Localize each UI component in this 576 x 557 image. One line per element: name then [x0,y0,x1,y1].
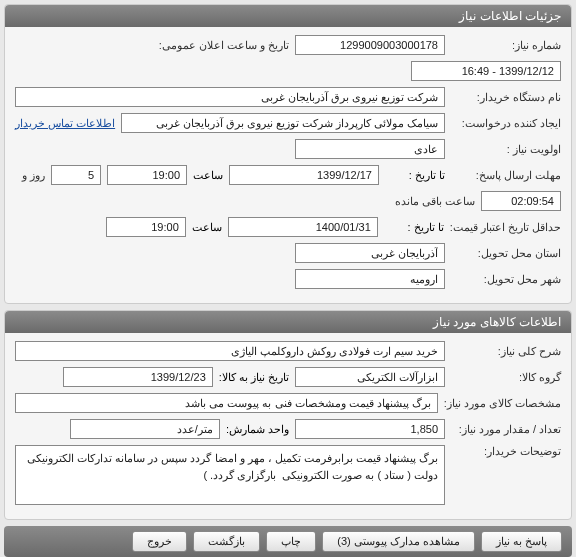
need-by-date-field[interactable] [63,367,213,387]
general-desc-label: شرح کلی نیاز: [451,345,561,358]
buyer-notes-label: توضیحات خریدار: [451,445,561,458]
days-remaining-field[interactable] [51,165,101,185]
response-deadline-label: مهلت ارسال پاسخ: [451,169,561,182]
countdown-suffix: ساعت باقی مانده [395,195,475,208]
response-date-field[interactable] [229,165,379,185]
general-desc-field[interactable] [15,341,445,361]
creator-label: ایجاد کننده درخواست: [451,117,561,130]
until-date-label-2: تا تاریخ : [384,221,444,234]
print-button[interactable]: چاپ [266,531,316,552]
qty-field[interactable] [295,419,445,439]
need-by-date-label: تاریخ نیاز به کالا: [219,371,289,384]
countdown-field [481,191,561,211]
buyer-contact-link[interactable]: اطلاعات تماس خریدار [15,117,115,130]
price-validity-date-field[interactable] [228,217,378,237]
unit-field[interactable] [70,419,220,439]
priority-field[interactable] [295,139,445,159]
buyer-notes-field[interactable] [15,445,445,505]
buyer-org-label: نام دستگاه خریدار: [451,91,561,104]
priority-label: اولویت نیاز : [451,143,561,156]
goods-group-label: گروه کالا: [451,371,561,384]
time-label-1: ساعت [193,169,223,182]
need-number-label: شماره نیاز: [451,39,561,52]
public-announce-field[interactable] [411,61,561,81]
spec-field[interactable] [15,393,438,413]
goods-info-panel: اطلاعات کالاهای مورد نیاز شرح کلی نیاز: … [4,310,572,520]
price-validity-time-field[interactable] [106,217,186,237]
unit-label: واحد شمارش: [226,423,289,436]
creator-field[interactable] [121,113,445,133]
attachments-button[interactable]: مشاهده مدارک پیوستی (3) [322,531,475,552]
time-label-2: ساعت [192,221,222,234]
response-time-field[interactable] [107,165,187,185]
exit-button[interactable]: خروج [132,531,187,552]
until-date-label: تا تاریخ : [385,169,445,182]
price-validity-label: حداقل تاریخ اعتبار قیمت: [450,221,561,234]
panel2-header: اطلاعات کالاهای مورد نیاز [5,311,571,333]
delivery-city-field[interactable] [295,269,445,289]
delivery-province-field[interactable] [295,243,445,263]
qty-label: تعداد / مقدار مورد نیاز: [451,423,561,436]
public-announce-label: تاریخ و ساعت اعلان عمومی: [159,39,289,52]
action-bar: پاسخ به نیاز مشاهده مدارک پیوستی (3) چاپ… [4,526,572,557]
need-details-panel: جزئیات اطلاعات نیاز شماره نیاز: تاریخ و … [4,4,572,304]
respond-button[interactable]: پاسخ به نیاز [481,531,562,552]
delivery-province-label: استان محل تحویل: [451,247,561,260]
goods-group-field[interactable] [295,367,445,387]
buyer-org-field[interactable] [15,87,445,107]
need-number-field[interactable] [295,35,445,55]
spec-label: مشخصات کالای مورد نیاز: [444,397,561,410]
panel1-header: جزئیات اطلاعات نیاز [5,5,571,27]
days-and-text: روز و [22,169,45,182]
delivery-city-label: شهر محل تحویل: [451,273,561,286]
back-button[interactable]: بازگشت [193,531,260,552]
